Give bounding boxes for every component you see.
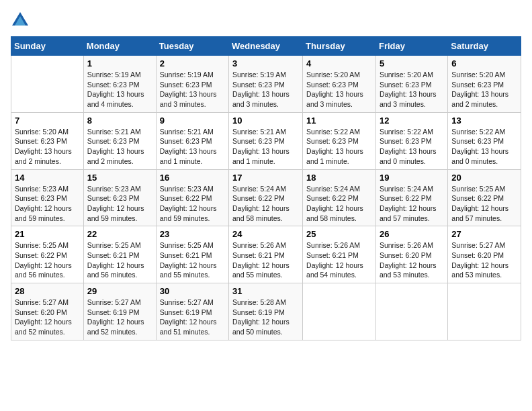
day-cell: 18Sunrise: 5:24 AM Sunset: 6:22 PM Dayli… bbox=[303, 169, 376, 226]
week-row-1: 1Sunrise: 5:19 AM Sunset: 6:23 PM Daylig… bbox=[11, 56, 521, 113]
day-cell: 27Sunrise: 5:27 AM Sunset: 6:20 PM Dayli… bbox=[448, 226, 521, 283]
day-number: 22 bbox=[87, 229, 152, 239]
day-info: Sunrise: 5:21 AM Sunset: 6:23 PM Dayligh… bbox=[160, 127, 225, 167]
day-number: 5 bbox=[380, 58, 444, 68]
calendar-table: SundayMondayTuesdayWednesdayThursdayFrid… bbox=[11, 36, 521, 340]
day-cell: 13Sunrise: 5:22 AM Sunset: 6:23 PM Dayli… bbox=[448, 112, 521, 169]
day-cell: 5Sunrise: 5:20 AM Sunset: 6:23 PM Daylig… bbox=[375, 56, 447, 113]
day-number: 7 bbox=[15, 116, 80, 126]
day-cell: 29Sunrise: 5:27 AM Sunset: 6:19 PM Dayli… bbox=[83, 283, 156, 340]
page-header bbox=[11, 11, 521, 30]
day-cell: 25Sunrise: 5:26 AM Sunset: 6:21 PM Dayli… bbox=[303, 226, 376, 283]
day-info: Sunrise: 5:27 AM Sunset: 6:19 PM Dayligh… bbox=[160, 298, 225, 337]
day-number: 17 bbox=[232, 173, 299, 183]
day-number: 13 bbox=[451, 116, 517, 126]
day-number: 10 bbox=[232, 116, 299, 126]
day-number: 1 bbox=[87, 58, 152, 68]
day-number: 15 bbox=[87, 173, 152, 183]
day-info: Sunrise: 5:24 AM Sunset: 6:22 PM Dayligh… bbox=[380, 184, 444, 224]
day-cell: 4Sunrise: 5:20 AM Sunset: 6:23 PM Daylig… bbox=[303, 56, 376, 113]
day-number: 3 bbox=[232, 58, 299, 68]
day-info: Sunrise: 5:23 AM Sunset: 6:22 PM Dayligh… bbox=[160, 184, 225, 224]
day-cell: 12Sunrise: 5:22 AM Sunset: 6:23 PM Dayli… bbox=[375, 112, 447, 169]
day-number: 12 bbox=[380, 116, 444, 126]
day-cell: 30Sunrise: 5:27 AM Sunset: 6:19 PM Dayli… bbox=[156, 283, 228, 340]
day-info: Sunrise: 5:24 AM Sunset: 6:22 PM Dayligh… bbox=[306, 184, 372, 224]
column-header-sunday: Sunday bbox=[11, 37, 84, 56]
day-cell bbox=[375, 283, 447, 340]
day-cell: 21Sunrise: 5:25 AM Sunset: 6:22 PM Dayli… bbox=[11, 226, 84, 283]
week-row-2: 7Sunrise: 5:20 AM Sunset: 6:23 PM Daylig… bbox=[11, 112, 521, 169]
logo-icon bbox=[11, 11, 30, 30]
day-info: Sunrise: 5:20 AM Sunset: 6:23 PM Dayligh… bbox=[15, 127, 80, 167]
day-number: 24 bbox=[232, 229, 299, 239]
header-row: SundayMondayTuesdayWednesdayThursdayFrid… bbox=[11, 37, 521, 56]
day-number: 30 bbox=[160, 286, 225, 296]
day-info: Sunrise: 5:20 AM Sunset: 6:23 PM Dayligh… bbox=[380, 70, 444, 109]
day-info: Sunrise: 5:21 AM Sunset: 6:23 PM Dayligh… bbox=[87, 127, 152, 167]
day-info: Sunrise: 5:25 AM Sunset: 6:22 PM Dayligh… bbox=[451, 184, 517, 224]
day-cell bbox=[448, 283, 521, 340]
day-info: Sunrise: 5:25 AM Sunset: 6:22 PM Dayligh… bbox=[15, 240, 80, 280]
day-cell: 16Sunrise: 5:23 AM Sunset: 6:22 PM Dayli… bbox=[156, 169, 228, 226]
day-info: Sunrise: 5:25 AM Sunset: 6:21 PM Dayligh… bbox=[160, 240, 225, 280]
day-cell: 28Sunrise: 5:27 AM Sunset: 6:20 PM Dayli… bbox=[11, 283, 84, 340]
column-header-thursday: Thursday bbox=[303, 37, 376, 56]
day-cell: 10Sunrise: 5:21 AM Sunset: 6:23 PM Dayli… bbox=[229, 112, 303, 169]
column-header-saturday: Saturday bbox=[448, 37, 521, 56]
day-number: 27 bbox=[451, 229, 517, 239]
day-number: 16 bbox=[160, 173, 225, 183]
day-info: Sunrise: 5:21 AM Sunset: 6:23 PM Dayligh… bbox=[232, 127, 299, 167]
day-number: 18 bbox=[306, 173, 372, 183]
calendar-body: 1Sunrise: 5:19 AM Sunset: 6:23 PM Daylig… bbox=[11, 56, 521, 340]
day-cell bbox=[11, 56, 84, 113]
day-number: 25 bbox=[306, 229, 372, 239]
day-info: Sunrise: 5:22 AM Sunset: 6:23 PM Dayligh… bbox=[380, 127, 444, 167]
day-cell: 22Sunrise: 5:25 AM Sunset: 6:21 PM Dayli… bbox=[83, 226, 156, 283]
day-info: Sunrise: 5:23 AM Sunset: 6:23 PM Dayligh… bbox=[87, 184, 152, 224]
day-cell: 2Sunrise: 5:19 AM Sunset: 6:23 PM Daylig… bbox=[156, 56, 228, 113]
day-cell: 15Sunrise: 5:23 AM Sunset: 6:23 PM Dayli… bbox=[83, 169, 156, 226]
day-cell: 3Sunrise: 5:19 AM Sunset: 6:23 PM Daylig… bbox=[229, 56, 303, 113]
day-number: 21 bbox=[15, 229, 80, 239]
day-cell: 14Sunrise: 5:23 AM Sunset: 6:23 PM Dayli… bbox=[11, 169, 84, 226]
day-info: Sunrise: 5:22 AM Sunset: 6:23 PM Dayligh… bbox=[451, 127, 517, 167]
day-info: Sunrise: 5:27 AM Sunset: 6:20 PM Dayligh… bbox=[15, 298, 80, 337]
week-row-5: 28Sunrise: 5:27 AM Sunset: 6:20 PM Dayli… bbox=[11, 283, 521, 340]
day-info: Sunrise: 5:26 AM Sunset: 6:21 PM Dayligh… bbox=[306, 240, 372, 280]
day-number: 11 bbox=[306, 116, 372, 126]
day-cell: 31Sunrise: 5:28 AM Sunset: 6:19 PM Dayli… bbox=[229, 283, 303, 340]
day-cell: 19Sunrise: 5:24 AM Sunset: 6:22 PM Dayli… bbox=[375, 169, 447, 226]
column-header-wednesday: Wednesday bbox=[229, 37, 303, 56]
day-number: 26 bbox=[380, 229, 444, 239]
day-number: 4 bbox=[306, 58, 372, 68]
day-info: Sunrise: 5:25 AM Sunset: 6:21 PM Dayligh… bbox=[87, 240, 152, 280]
day-number: 29 bbox=[87, 286, 152, 296]
day-cell: 6Sunrise: 5:20 AM Sunset: 6:23 PM Daylig… bbox=[448, 56, 521, 113]
calendar-header: SundayMondayTuesdayWednesdayThursdayFrid… bbox=[11, 37, 521, 56]
column-header-monday: Monday bbox=[83, 37, 156, 56]
logo bbox=[11, 11, 32, 30]
week-row-4: 21Sunrise: 5:25 AM Sunset: 6:22 PM Dayli… bbox=[11, 226, 521, 283]
day-info: Sunrise: 5:19 AM Sunset: 6:23 PM Dayligh… bbox=[87, 70, 152, 109]
day-number: 23 bbox=[160, 229, 225, 239]
week-row-3: 14Sunrise: 5:23 AM Sunset: 6:23 PM Dayli… bbox=[11, 169, 521, 226]
day-cell: 9Sunrise: 5:21 AM Sunset: 6:23 PM Daylig… bbox=[156, 112, 228, 169]
day-info: Sunrise: 5:19 AM Sunset: 6:23 PM Dayligh… bbox=[160, 70, 225, 109]
day-number: 20 bbox=[451, 173, 517, 183]
day-info: Sunrise: 5:28 AM Sunset: 6:19 PM Dayligh… bbox=[232, 298, 299, 337]
day-info: Sunrise: 5:27 AM Sunset: 6:19 PM Dayligh… bbox=[87, 298, 152, 337]
day-info: Sunrise: 5:19 AM Sunset: 6:23 PM Dayligh… bbox=[232, 70, 299, 109]
column-header-friday: Friday bbox=[375, 37, 447, 56]
day-cell bbox=[303, 283, 376, 340]
day-number: 14 bbox=[15, 173, 80, 183]
day-info: Sunrise: 5:22 AM Sunset: 6:23 PM Dayligh… bbox=[306, 127, 372, 167]
day-cell: 20Sunrise: 5:25 AM Sunset: 6:22 PM Dayli… bbox=[448, 169, 521, 226]
day-number: 6 bbox=[451, 58, 517, 68]
day-cell: 8Sunrise: 5:21 AM Sunset: 6:23 PM Daylig… bbox=[83, 112, 156, 169]
day-info: Sunrise: 5:24 AM Sunset: 6:22 PM Dayligh… bbox=[232, 184, 299, 224]
day-info: Sunrise: 5:20 AM Sunset: 6:23 PM Dayligh… bbox=[306, 70, 372, 109]
day-cell: 1Sunrise: 5:19 AM Sunset: 6:23 PM Daylig… bbox=[83, 56, 156, 113]
day-info: Sunrise: 5:23 AM Sunset: 6:23 PM Dayligh… bbox=[15, 184, 80, 224]
day-number: 19 bbox=[380, 173, 444, 183]
